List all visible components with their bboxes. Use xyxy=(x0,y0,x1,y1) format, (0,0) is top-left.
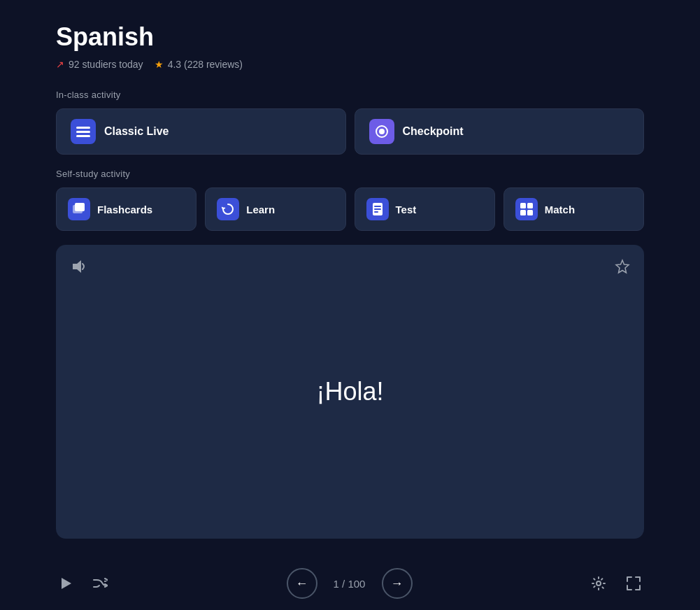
flashcards-button[interactable]: Flashcards xyxy=(56,187,197,231)
favorite-button[interactable] xyxy=(612,256,633,277)
flashcards-icon xyxy=(68,198,90,220)
rating-stat: ★ 4.3 (228 reviews) xyxy=(155,59,243,70)
page-title: Spanish xyxy=(56,22,644,52)
svg-rect-13 xyxy=(520,210,526,215)
prev-button[interactable]: ← xyxy=(287,568,317,599)
test-label: Test xyxy=(396,204,417,215)
stats-row: ↗ 92 studiers today ★ 4.3 (228 reviews) xyxy=(56,59,644,70)
svg-point-18 xyxy=(597,581,601,586)
navigation-controls: ← 1 / 100 → xyxy=(287,568,413,599)
self-study-activity-row: Flashcards Learn Test xyxy=(56,187,644,231)
svg-rect-9 xyxy=(374,208,381,210)
classic-live-button[interactable]: Classic Live xyxy=(56,108,346,155)
studiers-stat: ↗ 92 studiers today xyxy=(56,59,143,70)
star-icon: ★ xyxy=(155,59,164,70)
match-label: Match xyxy=(545,204,575,215)
learn-icon xyxy=(217,198,239,220)
in-class-activity-row: Classic Live Checkpoint xyxy=(56,108,644,155)
page-counter: 1 / 100 xyxy=(329,578,371,590)
svg-rect-2 xyxy=(76,135,90,137)
checkpoint-icon xyxy=(369,119,394,144)
match-icon xyxy=(515,198,538,220)
svg-rect-12 xyxy=(527,203,533,208)
studiers-label: 92 studiers today xyxy=(69,59,143,70)
svg-rect-0 xyxy=(76,127,90,129)
bottom-bar: ← 1 / 100 → xyxy=(0,557,700,610)
test-icon xyxy=(366,198,389,220)
learn-button[interactable]: Learn xyxy=(205,187,345,231)
flashcards-label: Flashcards xyxy=(97,204,152,215)
svg-point-4 xyxy=(379,129,385,134)
trend-icon: ↗ xyxy=(56,59,64,70)
play-button[interactable] xyxy=(56,574,76,593)
self-study-section-label: Self-study activity xyxy=(56,169,644,179)
flashcard-text: ¡Hola! xyxy=(316,377,383,406)
svg-marker-17 xyxy=(62,578,71,589)
checkpoint-button[interactable]: Checkpoint xyxy=(355,108,645,155)
test-button[interactable]: Test xyxy=(355,187,495,231)
svg-rect-10 xyxy=(374,211,378,213)
audio-button[interactable] xyxy=(67,256,88,277)
settings-controls xyxy=(588,573,644,594)
match-button[interactable]: Match xyxy=(503,187,644,231)
learn-label: Learn xyxy=(246,204,275,215)
svg-marker-16 xyxy=(616,260,629,273)
flashcard-display: ¡Hola! xyxy=(56,245,644,539)
svg-rect-8 xyxy=(374,206,381,207)
next-button[interactable]: → xyxy=(382,568,413,599)
playback-controls xyxy=(56,573,110,594)
svg-rect-6 xyxy=(75,203,85,211)
svg-rect-14 xyxy=(527,210,533,215)
svg-marker-15 xyxy=(73,260,81,273)
rating-label: 4.3 (228 reviews) xyxy=(168,59,243,70)
svg-rect-1 xyxy=(76,131,90,133)
classic-live-icon xyxy=(71,119,96,144)
settings-button[interactable] xyxy=(588,573,609,594)
checkpoint-label: Checkpoint xyxy=(403,125,464,138)
shuffle-button[interactable] xyxy=(90,573,110,594)
fullscreen-button[interactable] xyxy=(623,573,644,594)
in-class-section-label: In-class activity xyxy=(56,90,644,100)
svg-rect-11 xyxy=(520,203,526,208)
classic-live-label: Classic Live xyxy=(104,125,169,138)
